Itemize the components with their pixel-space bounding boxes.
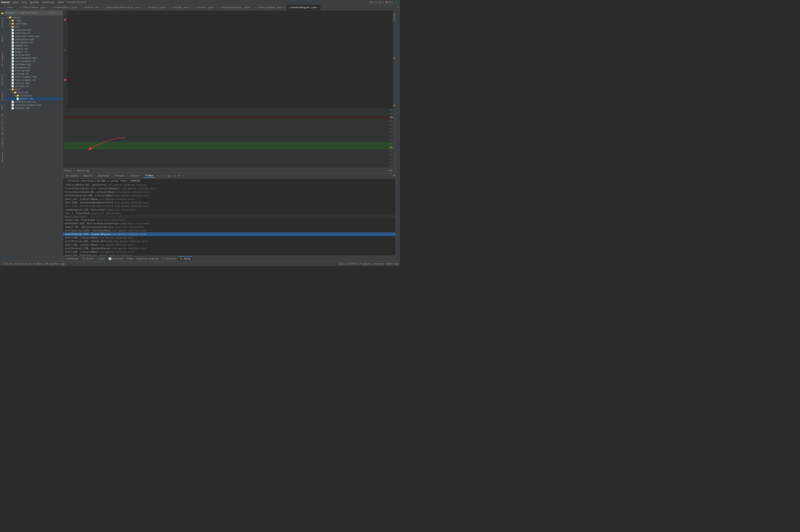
tree-item-catalina-sh[interactable]: 📄 catalina.sh — [5, 32, 63, 35]
tree-item-setclasspath-bat[interactable]: 📄 setclasspath.bat — [5, 57, 63, 60]
tree-item-startup-bat[interactable]: 📄 startup.bat — [5, 69, 63, 72]
tree-item-catalina-policy[interactable]: 📄 catalina.policy — [5, 100, 63, 103]
debug-layout-icon[interactable]: ⊞ — [391, 169, 392, 172]
tree-root[interactable]: ▼ 📁 tomcat — [5, 16, 63, 19]
menu-catalina[interactable]: catalina — [40, 0, 56, 4]
frame-item-2[interactable]: fireLifecycleEvent:95, LifecycleBase (or… — [63, 190, 395, 194]
tree-item-daemon-sh[interactable]: 📄 daemon.sh — [5, 44, 63, 47]
tree-item-startup-sh[interactable]: 📄 startup.sh — [5, 72, 63, 75]
frame-item-start-catalina[interactable]: start:732, Catalina (org.apache.catalina… — [63, 254, 395, 255]
project-close-btn[interactable]: × — [59, 12, 61, 14]
frame-item-start-148[interactable]: start:148, LifecycleBase (org.apache.cat… — [63, 236, 395, 240]
close-tab-icon[interactable]: × — [46, 6, 48, 8]
tree-item-shutdown-bat[interactable]: 📄 shutdown.bat — [5, 63, 63, 66]
tree-item-version-bat[interactable]: 📄 version.bat — [5, 81, 63, 85]
menu-core[interactable]: core — [56, 0, 65, 4]
jclasslib-icon[interactable]: jclasslib — [0, 137, 4, 148]
frame-item-init[interactable]: <init>:132, FutureTask (java.util.concur… — [63, 218, 395, 222]
tree-item-conf[interactable]: ▼ 📁 conf — [5, 88, 63, 91]
tree-item-version-sh[interactable]: 📄 version.sh — [5, 85, 63, 88]
frame-item-newtask[interactable]: newTaskFor:102, AbstractExecutorService … — [63, 222, 395, 225]
tab-profiler[interactable]: 📊 Profiler — [107, 256, 125, 261]
frame-item-startinternal-service[interactable]: startInternal:461, StandardService (org.… — [63, 240, 395, 243]
tab-build[interactable]: 🔨 Build — [81, 256, 95, 261]
tab-system[interactable]: ☕ System.java × — [169, 5, 193, 10]
project-settings-btn[interactable]: ⚙ — [49, 12, 51, 14]
debug-tab-console[interactable]: Console — [128, 174, 141, 177]
scrollbar-track[interactable] — [393, 11, 395, 168]
status-indent[interactable]: 4 spaces — [360, 263, 371, 265]
full-requests-icon[interactable]: Full Requests — [0, 51, 4, 68]
project-layout-btn[interactable]: ☰ — [51, 12, 54, 14]
tab-todo[interactable]: TODO — [126, 256, 134, 261]
close-tab-icon[interactable]: × — [100, 6, 101, 8]
tree-item-idea[interactable]: ▶ 📁 .idea — [5, 19, 63, 22]
maven-icon[interactable]: Maven — [0, 33, 4, 44]
breakpoint-321[interactable] — [63, 78, 67, 82]
tree-item-configtest-bat[interactable]: 📄 configtest.bat — [5, 38, 63, 41]
menu-org[interactable]: org — [20, 0, 28, 4]
tree-item-catalina-tasks[interactable]: 📄 catalina-tasks.xml — [5, 35, 63, 38]
tree-item-catalina-properties[interactable]: 📄 catalina.properties — [5, 103, 63, 107]
debug-config-label[interactable]: ✕ — [74, 169, 75, 172]
resume-btn[interactable]: ▶ — [168, 174, 171, 178]
tree-item-tool-wrapper-bat[interactable]: 📄 tool-wrapper.bat — [5, 75, 63, 78]
breakpoint-304[interactable] — [63, 18, 67, 22]
close-tab-icon[interactable]: × — [142, 6, 143, 8]
status-event-log[interactable]: Event Log — [386, 263, 398, 265]
tree-item-tool-wrapper-sh[interactable]: 📄 tool-wrapper.sh — [5, 78, 63, 81]
close-tab-icon[interactable]: × — [78, 6, 79, 8]
status-encoding[interactable]: LF UTF-8 — [347, 263, 358, 265]
step-into-btn[interactable]: ↓ — [161, 174, 164, 178]
close-tab-icon[interactable]: × — [190, 6, 191, 8]
close-tab-icon[interactable]: × — [13, 6, 15, 8]
debug-tab-overhead[interactable]: Overhead — [96, 174, 110, 177]
tab-standard-engine[interactable]: ☕ StandardEngine.java × — [286, 5, 321, 10]
frame-item-startinternal-server[interactable]: startInternal:768, StandardServer (org.a… — [63, 247, 395, 250]
close-tab-icon[interactable]: × — [215, 6, 216, 8]
debug-tab-frames[interactable]: Frames — [144, 174, 155, 178]
tab-container-base[interactable]: ☕ ContainerBase.java × — [254, 5, 286, 10]
tree-item-catalina-bat[interactable]: 📄 catalina.bat — [5, 28, 63, 32]
frame-item-submit[interactable]: submit:133, AbstractExecutorService (jav… — [63, 225, 395, 229]
tree-item-catalina-conf[interactable]: ▼ 📁 Catalina — [5, 91, 63, 94]
tab-standard-context[interactable]: ☕ StandardContext.java × — [218, 5, 254, 10]
project-icon[interactable]: 📁 — [0, 11, 4, 15]
frame-item-startinternal-container[interactable]: startInternal:1253, ContainerBase (org.a… — [63, 229, 395, 232]
status-all-files[interactable]: All files are up-to-date (29 minutes ago… — [9, 263, 66, 265]
tree-item-shutdown-sh[interactable]: 📄 shutdown.sh — [5, 66, 63, 69]
tab-standard-host[interactable]: ☕ StandardHost.java × — [50, 5, 81, 10]
step-over-btn[interactable]: ↷ — [157, 174, 160, 178]
frame-item-7[interactable]: run$$$capture:266, FutureTask (java.util… — [63, 208, 395, 212]
tree-item-context-xml[interactable]: 📄 context.xml — [5, 107, 63, 110]
frame-item-8[interactable]: run:-1, FutureTask (java.util.concurrent… — [63, 212, 395, 215]
todo-icon[interactable]: TODO — [0, 104, 4, 111]
debug-tab-memory[interactable]: Memory — [82, 174, 94, 177]
run-button[interactable]: ▶ — [383, 1, 385, 3]
debug-filter-btn[interactable]: ▼ — [393, 174, 395, 177]
tab-lifecycle-base[interactable]: ☕ LifecycleBase.java × — [17, 5, 50, 10]
tree-item-mytest-xml[interactable]: 📄 mytest.xml — [5, 97, 63, 100]
status-problems[interactable]: ⚠ 5 4 — [2, 263, 7, 265]
debug-tab-variables[interactable]: Variables — [64, 174, 80, 177]
bookmarks-icon[interactable]: Bookmarks — [0, 151, 4, 163]
frame-item-start-148-3[interactable]: start:148, LifecycleBase (org.apache.cat… — [63, 250, 395, 254]
debug-tab-threads[interactable]: Threads — [113, 174, 126, 177]
tree-item-service-bat[interactable]: 📄 service.bat — [5, 53, 63, 57]
frame-item-startinternal-engine[interactable]: startInternal:313, StandardEngine (org.a… — [63, 232, 395, 236]
tab-globals[interactable]: ☕ Globals.java × — [145, 5, 169, 10]
project-minimize-btn[interactable]: — — [57, 12, 59, 14]
database-icon[interactable]: Database — [0, 90, 4, 103]
scrollbar-thumb[interactable] — [393, 13, 395, 21]
big-data-tools-icon[interactable]: Big Data Tools — [0, 120, 4, 134]
tab-sequence[interactable]: Sequence Diagram — [135, 256, 160, 261]
structure-icon[interactable]: Structure — [0, 16, 4, 28]
debug-settings-icon[interactable]: ⚙ — [388, 169, 390, 172]
tree-item-digest-sh[interactable]: 📄 digest.sh — [5, 50, 63, 53]
tree-item-configtest-sh[interactable]: 📄 configtest.sh — [5, 41, 63, 44]
stop-button[interactable]: ■ — [386, 1, 387, 3]
tree-item-digest-bat[interactable]: 📄 digest.bat — [5, 47, 63, 50]
tab-overflow-btn[interactable]: ▾ — [396, 5, 400, 10]
frame-item-1[interactable]: fireLifecycleEvent:117, LifecycleSupport… — [63, 187, 395, 190]
tab-problems[interactable]: ⚠ Problems — [64, 256, 80, 261]
